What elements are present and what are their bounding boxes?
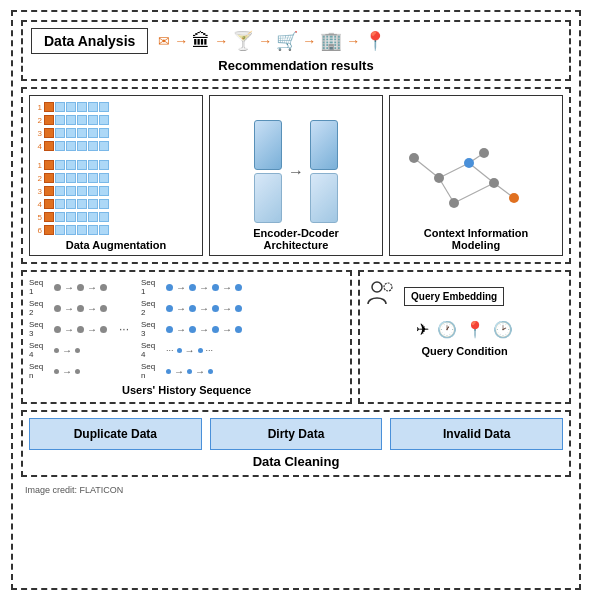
cocktail-icon: 🍸 xyxy=(232,30,254,52)
ctx-node-4 xyxy=(449,198,459,208)
bottom-section: Duplicate Data Dirty Data Invalid Data D… xyxy=(21,410,571,477)
cleaning-boxes: Duplicate Data Dirty Data Invalid Data xyxy=(29,418,563,450)
cart-icon: 🛒 xyxy=(276,30,298,52)
dirty-data-box: Dirty Data xyxy=(210,418,383,450)
pin-icon: 📍 xyxy=(364,30,386,52)
data-augmentation-label: Data Augmentation xyxy=(66,239,166,251)
arrow1: → xyxy=(174,33,188,49)
ctx-node-1 xyxy=(409,153,419,163)
svg-line-1 xyxy=(439,163,469,178)
clock2-icon: 🕑 xyxy=(493,320,513,339)
encoder-shape2 xyxy=(254,173,282,223)
query-embed-label: Query Embedding xyxy=(411,291,497,302)
context-panel: Context InformationModeling xyxy=(389,95,563,256)
invalid-data-box: Invalid Data xyxy=(390,418,563,450)
query-embedding-box: Query Embedding xyxy=(404,287,504,306)
svg-point-7 xyxy=(372,282,382,292)
recommendation-label: Recommendation results xyxy=(31,58,561,73)
data-cleaning-label: Data Cleaning xyxy=(29,454,563,469)
arrow5: → xyxy=(346,33,360,49)
office-icon: 🏢 xyxy=(320,30,342,52)
ctx-node-7 xyxy=(479,148,489,158)
clock-icon: 🕐 xyxy=(437,320,457,339)
aug-row-1: 1 xyxy=(34,102,198,112)
decoder-shape2 xyxy=(310,173,338,223)
lower-middle: Seq1 → → Seq2 → → xyxy=(21,270,571,404)
main-diagram: Data Analysis ✉ → 🏛 → 🍸 → 🛒 → 🏢 → 📍 Reco… xyxy=(11,10,581,590)
person-icon xyxy=(366,278,396,314)
send-query-icon: ✈ xyxy=(416,320,429,339)
middle-section: 1 2 xyxy=(21,87,571,264)
ellipsis-col: ··· xyxy=(115,278,133,380)
top-header: Data Analysis ✉ → 🏛 → 🍸 → 🛒 → 🏢 → 📍 xyxy=(31,28,561,54)
ctx-node-orange xyxy=(509,193,519,203)
arrow3: → xyxy=(258,33,272,49)
data-analysis-box: Data Analysis xyxy=(31,28,148,54)
ctx-node-3 xyxy=(464,158,474,168)
encoder-visual: → xyxy=(254,120,338,223)
enc-arrow-icon: → xyxy=(288,163,304,181)
ctx-node-2 xyxy=(434,173,444,183)
duplicate-data-box: Duplicate Data xyxy=(29,418,202,450)
recommendation-icons: ✉ → 🏛 → 🍸 → 🛒 → 🏢 → 📍 xyxy=(158,30,386,52)
building-icon: 🏛 xyxy=(192,31,210,52)
arrow4: → xyxy=(302,33,316,49)
arrow2: → xyxy=(214,33,228,49)
context-label: Context InformationModeling xyxy=(424,227,529,251)
svg-point-8 xyxy=(384,283,392,291)
context-visual xyxy=(394,143,558,223)
history-grid: Seq1 → → Seq2 → → xyxy=(29,278,344,380)
context-graph-svg xyxy=(394,143,558,223)
decoder-shape xyxy=(310,120,338,170)
query-icons-row: ✈ 🕐 📍 🕑 xyxy=(366,320,563,339)
history-section: Seq1 → → Seq2 → → xyxy=(21,270,352,404)
hist-col-blue: Seq1 → → → Seq2 → → xyxy=(141,278,242,380)
data-analysis-label: Data Analysis xyxy=(44,33,135,49)
hist-col-grey: Seq1 → → Seq2 → → xyxy=(29,278,107,380)
encoder-decoder-panel: → Encoder-DcoderArchitecture xyxy=(209,95,383,256)
encoder-shape xyxy=(254,120,282,170)
query-condition-label: Query Condition xyxy=(366,345,563,357)
send-icon: ✉ xyxy=(158,33,170,49)
top-section: Data Analysis ✉ → 🏛 → 🍸 → 🛒 → 🏢 → 📍 Reco… xyxy=(21,20,571,81)
user-svg xyxy=(366,278,396,308)
history-label: Users' History Sequence xyxy=(29,384,344,396)
query-top: Query Embedding xyxy=(366,278,563,314)
location-icon: 📍 xyxy=(465,320,485,339)
ctx-node-5 xyxy=(489,178,499,188)
aug-grid: 1 2 xyxy=(34,102,198,235)
data-augmentation-panel: 1 2 xyxy=(29,95,203,256)
image-credit: Image credit: FLATICON xyxy=(21,483,571,497)
encoder-decoder-label: Encoder-DcoderArchitecture xyxy=(253,227,339,251)
query-section: Query Embedding ✈ 🕐 📍 🕑 Query Condition xyxy=(358,270,571,404)
svg-line-4 xyxy=(454,183,494,203)
